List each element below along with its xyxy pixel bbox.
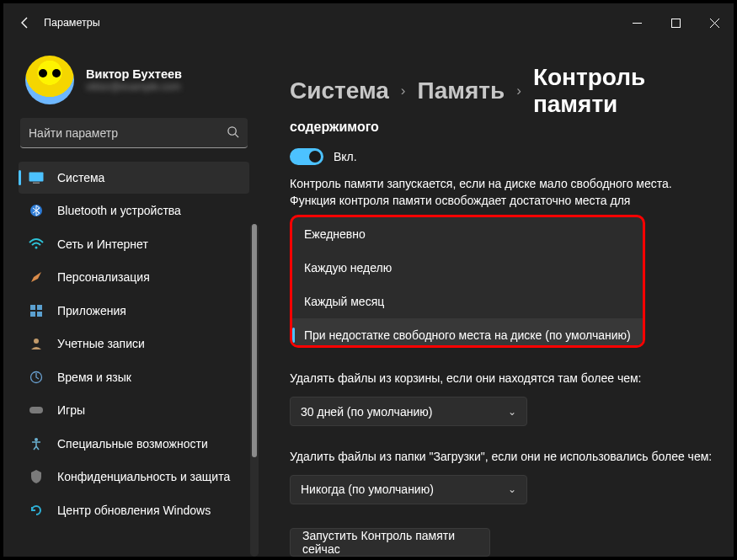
sidebar-item-accounts[interactable]: Учетные записи: [19, 328, 249, 360]
run-storage-sense-button[interactable]: Запустить Контроль памяти сейчас: [290, 528, 490, 557]
sidebar-item-label: Учетные записи: [57, 337, 145, 350]
svg-rect-6: [30, 305, 35, 310]
sidebar-item-network[interactable]: Сеть и Интернет: [19, 228, 249, 260]
sidebar-item-time-language[interactable]: Время и язык: [19, 361, 249, 393]
bluetooth-icon: [29, 203, 44, 218]
recycle-bin-select[interactable]: 30 дней (по умолчанию) ⌄: [290, 397, 527, 425]
update-icon: [29, 503, 44, 518]
svg-point-10: [34, 339, 39, 344]
accessibility-icon: [29, 436, 44, 451]
svg-rect-9: [37, 312, 42, 317]
sidebar-item-label: Сеть и Интернет: [57, 237, 148, 251]
svg-rect-7: [37, 305, 42, 310]
frequency-option-daily[interactable]: Ежедневно: [292, 217, 643, 251]
sidebar-item-personalization[interactable]: Персонализация: [19, 261, 249, 293]
chevron-right-icon: ›: [401, 83, 406, 99]
sidebar-item-windows-update[interactable]: Центр обновления Windows: [19, 494, 249, 526]
downloads-value: Никогда (по умолчанию): [301, 483, 434, 496]
profile-block[interactable]: Виктор Бухтеев viktor@example.com: [17, 47, 251, 116]
settings-window: Параметры Виктор Бухтеев viktor@example.…: [3, 3, 734, 557]
sidebar-item-label: Конфиденциальность и защита: [57, 470, 230, 483]
apps-icon: [29, 303, 44, 318]
system-icon: [29, 170, 44, 185]
sidebar-item-label: Специальные возможности: [57, 437, 208, 451]
profile-email: viktor@example.com: [86, 81, 182, 93]
sidebar-scrollbar[interactable]: [250, 224, 259, 557]
svg-rect-12: [29, 407, 43, 413]
chevron-down-icon: ⌄: [508, 483, 516, 495]
frequency-option-weekly[interactable]: Каждую неделю: [292, 251, 643, 285]
svg-point-13: [35, 438, 38, 441]
sidebar: Виктор Бухтеев viktor@example.com Систем…: [3, 42, 261, 557]
sidebar-item-label: Bluetooth и устройства: [57, 204, 181, 217]
svg-point-5: [35, 246, 38, 248]
svg-point-1: [228, 126, 236, 134]
wifi-icon: [29, 237, 44, 252]
person-icon: [29, 336, 44, 351]
sidebar-item-label: Система: [57, 171, 104, 184]
sidebar-item-privacy[interactable]: Конфиденциальность и защита: [19, 461, 249, 493]
sidebar-item-label: Игры: [57, 403, 85, 417]
sidebar-item-gaming[interactable]: Игры: [19, 394, 249, 426]
maximize-button[interactable]: [656, 3, 695, 42]
sidebar-item-label: Центр обновления Windows: [57, 504, 211, 517]
globe-clock-icon: [29, 370, 44, 385]
chevron-right-icon: ›: [516, 83, 521, 99]
brush-icon: [29, 269, 44, 285]
shield-icon: [29, 469, 44, 484]
sidebar-item-label: Персонализация: [57, 270, 150, 284]
sidebar-item-system[interactable]: Система: [19, 162, 249, 194]
storage-sense-toggle[interactable]: [290, 148, 323, 165]
frequency-option-monthly[interactable]: Каждый месяц: [292, 285, 643, 318]
svg-rect-2: [29, 172, 44, 181]
svg-rect-0: [671, 19, 680, 27]
scrollbar-thumb[interactable]: [252, 224, 257, 457]
breadcrumb: Система › Память › Контроль памяти: [290, 64, 734, 118]
close-button[interactable]: [695, 3, 734, 42]
recycle-bin-value: 30 дней (по умолчанию): [301, 405, 432, 419]
downloads-select[interactable]: Никогда (по умолчанию) ⌄: [290, 475, 527, 504]
sidebar-item-bluetooth[interactable]: Bluetooth и устройства: [19, 195, 249, 227]
toggle-row: Вкл.: [290, 148, 734, 165]
nav: Система Bluetooth и устройства Сеть и Ин…: [17, 160, 251, 557]
breadcrumb-system[interactable]: Система: [290, 77, 389, 104]
chevron-down-icon: ⌄: [508, 406, 516, 418]
search-box[interactable]: [20, 118, 248, 148]
section-title: содержимого: [290, 120, 734, 135]
description-text: Контроль памяти запускается, если на дис…: [290, 175, 715, 210]
sidebar-item-label: Время и язык: [57, 371, 131, 384]
toggle-label: Вкл.: [334, 150, 357, 163]
sidebar-item-apps[interactable]: Приложения: [19, 295, 249, 327]
minimize-button[interactable]: [617, 3, 656, 42]
profile-name: Виктор Бухтеев: [86, 67, 182, 81]
search-input[interactable]: [29, 126, 227, 140]
avatar: [25, 56, 74, 104]
back-button[interactable]: [13, 11, 37, 35]
breadcrumb-current: Контроль памяти: [533, 64, 734, 118]
gamepad-icon: [29, 403, 44, 418]
downloads-label: Удалить файлы из папки "Загрузки", если …: [290, 448, 719, 465]
recycle-bin-label: Удалять файлы из корзины, если они наход…: [290, 370, 719, 387]
svg-rect-8: [30, 312, 35, 317]
breadcrumb-storage[interactable]: Память: [418, 77, 505, 104]
main-content: Система › Память › Контроль памяти содер…: [261, 42, 734, 557]
search-icon: [227, 125, 239, 141]
window-title: Параметры: [44, 17, 100, 29]
sidebar-item-accessibility[interactable]: Специальные возможности: [19, 428, 249, 460]
frequency-option-low-disk[interactable]: При недостатке свободного места на диске…: [292, 318, 643, 349]
frequency-dropdown-open: Ежедневно Каждую неделю Каждый месяц При…: [290, 215, 645, 349]
svg-rect-3: [33, 182, 40, 184]
sidebar-item-label: Приложения: [57, 304, 126, 317]
titlebar: Параметры: [3, 3, 734, 42]
run-button-label: Запустить Контроль памяти сейчас: [302, 529, 478, 556]
